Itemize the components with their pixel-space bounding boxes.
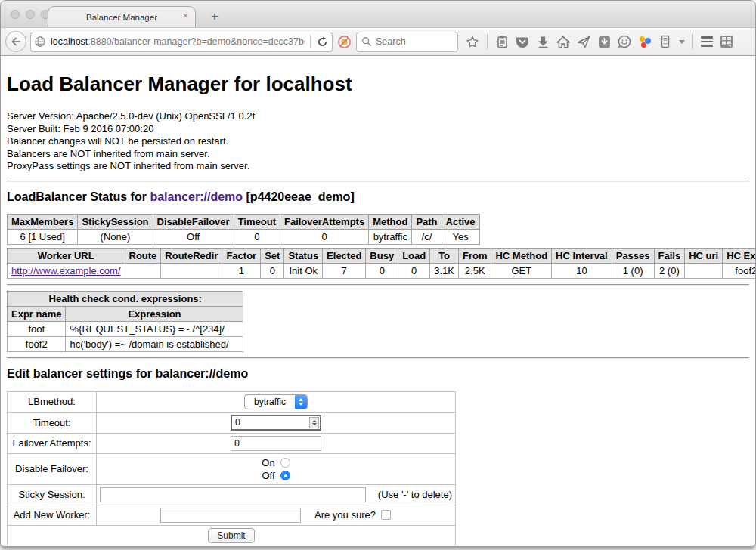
table-header-row: Expr name Expression xyxy=(8,306,243,321)
page-title: Load Balancer Manager for localhost xyxy=(7,73,749,96)
device-sync-button[interactable] xyxy=(658,35,672,48)
number-stepper-icon[interactable] xyxy=(309,417,319,428)
table-cell: 6 [1 Used] xyxy=(8,229,78,244)
table-cell: (None) xyxy=(78,229,153,244)
table-header: HC uri xyxy=(685,248,723,263)
content-blocked-button[interactable] xyxy=(337,35,352,49)
lbmethod-selected-value: bytraffic xyxy=(245,395,295,409)
table-header: Set xyxy=(261,248,284,263)
table-cell: 0 xyxy=(261,263,284,278)
search-icon xyxy=(361,36,372,47)
search-bar[interactable] xyxy=(356,32,458,52)
extension-colored-dots-icon[interactable] xyxy=(638,35,652,48)
dropdown-caret-icon[interactable] xyxy=(679,40,685,44)
device-icon xyxy=(660,35,671,48)
table-header: Fails xyxy=(654,248,685,263)
table-cell: http://www.example.com/ xyxy=(8,263,125,278)
submit-button[interactable]: Submit xyxy=(208,528,254,543)
table-header: StickySession xyxy=(78,214,153,229)
table-cell: hc('body') =~ /domain is established/ xyxy=(66,336,243,351)
table-header: Active xyxy=(442,214,479,229)
table-header: Worker URL xyxy=(8,248,125,263)
bookmark-star-button[interactable] xyxy=(466,35,479,48)
clipboard-icon xyxy=(496,35,509,48)
table-header: To xyxy=(430,248,459,263)
table-cell: 0 xyxy=(398,263,430,278)
server-info: Server Version: Apache/2.5.0-dev (Unix) … xyxy=(7,110,749,173)
back-button[interactable] xyxy=(5,31,26,52)
send-tab-button[interactable] xyxy=(577,35,590,48)
add-worker-input[interactable] xyxy=(160,508,301,523)
failover-attempts-label: Failover Attempts: xyxy=(8,433,97,453)
sticky-session-hint: (Use '-' to delete) xyxy=(378,489,452,500)
form-row-add-worker: Add New Worker: Are you sure? xyxy=(8,505,456,525)
table-cell: Off xyxy=(153,229,234,244)
table-cell: foof2 xyxy=(8,336,66,351)
health-table-title: Health check cond. expressions: xyxy=(8,291,243,306)
tab-groups-button[interactable] xyxy=(720,35,733,48)
disable-failover-on-radio[interactable] xyxy=(280,458,290,468)
select-stepper-icon xyxy=(295,395,307,409)
home-button[interactable] xyxy=(556,35,570,48)
table-cell: 10 xyxy=(552,263,612,278)
table-header: Load xyxy=(398,248,430,263)
table-header: HC Method xyxy=(491,248,552,263)
tab-title: Balancer Manager xyxy=(86,13,157,22)
search-input[interactable] xyxy=(376,36,448,47)
url-input[interactable]: localhost:8880/balancer-manager?b=demo&n… xyxy=(51,36,305,47)
pocket-button[interactable] xyxy=(516,35,529,48)
table-cell: GET xyxy=(491,263,552,278)
timeout-input[interactable] xyxy=(231,415,321,431)
table-header: Elected xyxy=(323,248,366,263)
table-header: DisableFailover xyxy=(153,214,234,229)
table-header: HC Interval xyxy=(552,248,612,263)
reading-list-button[interactable] xyxy=(495,35,509,48)
worker-status-table: Worker URL Route RouteRedir Factor Set S… xyxy=(7,248,755,279)
failover-attempts-input[interactable] xyxy=(231,436,321,451)
add-worker-label: Add New Worker: xyxy=(8,505,97,525)
form-row-failover: Failover Attempts: xyxy=(8,433,456,453)
reload-button[interactable] xyxy=(315,35,329,48)
table-header: HC Expr xyxy=(723,248,755,263)
tab-grid-icon xyxy=(720,34,733,49)
download-manager-button[interactable] xyxy=(597,35,611,48)
sticky-session-input[interactable] xyxy=(100,487,366,502)
divider xyxy=(7,181,749,182)
table-header: Expr name xyxy=(8,306,66,321)
table-header: MaxMembers xyxy=(8,214,78,229)
worker-url-link[interactable]: http://www.example.com/ xyxy=(11,265,121,277)
divider xyxy=(487,34,488,49)
table-header: FailoverAttempts xyxy=(280,214,368,229)
table-row: foof2 hc('body') =~ /domain is establish… xyxy=(8,336,243,351)
chat-button[interactable] xyxy=(618,35,631,48)
table-header: RouteRedir xyxy=(161,248,222,263)
globe-icon xyxy=(34,36,46,48)
tab-balancer-manager[interactable]: Balancer Manager × xyxy=(48,6,196,27)
table-header: Factor xyxy=(222,248,261,263)
are-you-sure-label: Are you sure? xyxy=(314,509,376,521)
table-header: From xyxy=(458,248,491,263)
disable-failover-label: Disable Failover: xyxy=(8,453,97,484)
reload-icon xyxy=(317,36,328,48)
table-cell: 3.1K xyxy=(430,263,459,278)
table-cell: foof2 xyxy=(723,263,755,278)
edit-balancer-form: LBmethod: bytraffic Timeout: xyxy=(7,391,456,546)
table-row: foof %{REQUEST_STATUS} =~ /^[234]/ xyxy=(8,321,243,336)
downloads-button[interactable] xyxy=(536,35,550,48)
are-you-sure-checkbox[interactable] xyxy=(381,510,391,520)
minimize-window-button[interactable] xyxy=(26,10,35,19)
table-cell: 0 xyxy=(280,229,368,244)
lbmethod-select[interactable]: bytraffic xyxy=(244,394,308,409)
health-check-table: Health check cond. expressions: Expr nam… xyxy=(7,291,243,352)
tab-close-icon[interactable]: × xyxy=(182,11,188,21)
disable-failover-off-radio[interactable] xyxy=(280,471,290,480)
back-icon xyxy=(10,36,22,48)
menu-button[interactable] xyxy=(701,36,713,47)
balancer-demo-link[interactable]: balancer://demo xyxy=(150,190,243,203)
close-window-button[interactable] xyxy=(11,10,20,19)
balancers-notice-line: Balancers are NOT inherited from main se… xyxy=(7,148,749,161)
new-tab-button[interactable]: + xyxy=(208,9,222,24)
url-bar[interactable]: localhost:8880/balancer-manager?b=demo&n… xyxy=(30,32,333,52)
table-header-row: Worker URL Route RouteRedir Factor Set S… xyxy=(8,248,756,263)
table-cell xyxy=(685,263,723,278)
